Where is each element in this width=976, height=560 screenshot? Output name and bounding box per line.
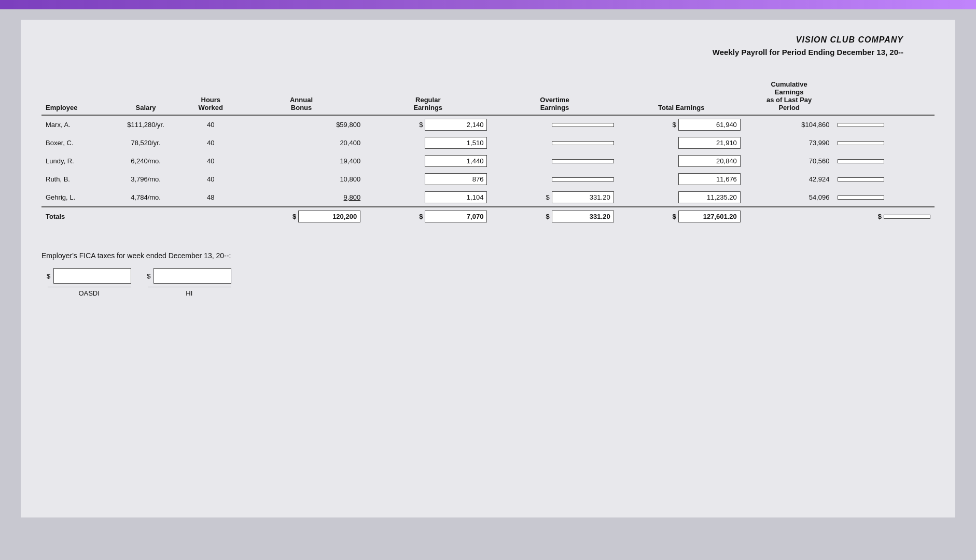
cumulative-right-cell — [833, 170, 935, 188]
overtime-earnings-input[interactable] — [552, 177, 614, 181]
table-row: Lundy, R. 6,240/mo. 40 19,400 1,440 20, — [41, 152, 935, 170]
cumulative-input-right[interactable] — [838, 123, 884, 127]
cumulative-right-cell — [833, 152, 935, 170]
fica-oasdi-label: OASDI — [48, 287, 131, 297]
employee-salary: 3,796/mo. — [108, 170, 183, 188]
employee-overtime-cell: $ 331.20 — [491, 188, 618, 207]
employee-overtime-cell — [491, 170, 618, 188]
cumulative-input-right[interactable] — [838, 177, 884, 181]
employee-overtime-cell — [491, 134, 618, 152]
fica-hi-input[interactable] — [154, 268, 231, 284]
payroll-table: Employee Salary HoursWorked AnnualBonus … — [41, 77, 935, 226]
fica-section: Employer's FICA taxes for week ended Dec… — [41, 251, 935, 297]
col-header-employee: Employee — [41, 77, 108, 115]
cumulative-right-cell — [833, 188, 935, 207]
regular-earnings-dollar: $ — [419, 121, 423, 129]
cumulative-input-right[interactable] — [838, 141, 884, 145]
employee-hours: 48 — [184, 188, 238, 207]
overtime-earnings-input[interactable]: 331.20 — [552, 191, 614, 203]
fica-oasdi-input[interactable] — [53, 268, 131, 284]
totals-annual-bonus-dollar: $ — [292, 213, 296, 220]
employee-cumulative-earnings: 42,924 — [745, 170, 834, 188]
page-wrapper: VISION CLUB COMPANY Weekly Payroll for P… — [21, 20, 955, 517]
employee-regular-earnings-cell: 1,104 — [365, 188, 491, 207]
regular-earnings-input[interactable]: 1,440 — [425, 155, 487, 167]
employee-cumulative-earnings: $104,860 — [745, 115, 834, 134]
employee-regular-earnings-cell: 1,510 — [365, 134, 491, 152]
total-earnings-input[interactable]: 61,940 — [678, 119, 741, 131]
totals-total-earnings-input[interactable]: 127,601.20 — [678, 211, 741, 222]
totals-hours-empty — [184, 207, 238, 226]
overtime-earnings-input[interactable] — [552, 123, 614, 127]
company-header: VISION CLUB COMPANY Weekly Payroll for P… — [41, 35, 935, 57]
col-header-regular-earnings: RegularEarnings — [365, 77, 491, 115]
totals-cumulative-dollar-right: $ — [878, 213, 882, 220]
totals-total-earnings-cell: $ 127,601.20 — [618, 207, 745, 226]
fica-hi-dollar: $ — [147, 272, 150, 280]
overtime-earnings-input[interactable] — [552, 159, 614, 163]
totals-salary-empty — [108, 207, 183, 226]
employee-cumulative-earnings: 73,990 — [745, 134, 834, 152]
employee-name: Boxer, C. — [41, 134, 108, 152]
company-name: VISION CLUB COMPANY — [41, 35, 903, 45]
table-row: Gehrig, L. 4,784/mo. 48 9,800 1,104 $ 33… — [41, 188, 935, 207]
table-row: Boxer, C. 78,520/yr. 40 20,400 1,510 21 — [41, 134, 935, 152]
col-header-extra — [833, 77, 935, 115]
cumulative-input-right[interactable] — [838, 159, 884, 163]
employee-salary: 78,520/yr. — [108, 134, 183, 152]
table-row: Marx, A. $111,280/yr. 40 $59,800 $ 2,140 — [41, 115, 935, 134]
employee-name: Gehrig, L. — [41, 188, 108, 207]
fica-oasdi-input-row: $ — [47, 268, 131, 284]
regular-earnings-input[interactable]: 2,140 — [425, 119, 487, 131]
employee-hours: 40 — [184, 115, 238, 134]
totals-annual-bonus-input[interactable]: 120,200 — [298, 211, 360, 222]
top-bar — [0, 0, 976, 9]
employee-overtime-cell — [491, 115, 618, 134]
employee-overtime-cell — [491, 152, 618, 170]
annual-bonus-underlined: 9,800 — [344, 193, 361, 201]
total-earnings-input[interactable]: 11,235.20 — [678, 191, 741, 203]
employee-hours: 40 — [184, 170, 238, 188]
col-header-annual-bonus: AnnualBonus — [238, 77, 365, 115]
total-earnings-input[interactable]: 20,840 — [678, 155, 741, 167]
regular-earnings-input[interactable]: 876 — [425, 173, 487, 185]
employee-total-earnings-cell: $ 61,940 — [618, 115, 745, 134]
employee-total-earnings-cell: 11,676 — [618, 170, 745, 188]
totals-cumulative-empty — [745, 207, 834, 226]
col-header-total-earnings: Total Earnings — [618, 77, 745, 115]
cumulative-input-right[interactable] — [838, 195, 884, 200]
employee-salary: $111,280/yr. — [108, 115, 183, 134]
employee-annual-bonus: 9,800 — [238, 188, 365, 207]
fica-label: Employer's FICA taxes for week ended Dec… — [41, 251, 935, 260]
totals-label: Totals — [41, 207, 108, 226]
total-earnings-input[interactable]: 11,676 — [678, 173, 741, 185]
regular-earnings-input[interactable]: 1,104 — [425, 191, 487, 203]
totals-regular-earnings-input[interactable]: 7,070 — [425, 211, 487, 222]
totals-regular-dollar: $ — [419, 213, 423, 220]
cumulative-right-cell — [833, 115, 935, 134]
employee-annual-bonus: $59,800 — [238, 115, 365, 134]
totals-cumulative-right-cell: $ — [833, 207, 935, 226]
totals-regular-earnings-cell: $ 7,070 — [365, 207, 491, 226]
overtime-earnings-input[interactable] — [552, 141, 614, 145]
employee-annual-bonus: 19,400 — [238, 152, 365, 170]
employee-cumulative-earnings: 70,560 — [745, 152, 834, 170]
employee-total-earnings-cell: 20,840 — [618, 152, 745, 170]
employee-annual-bonus: 10,800 — [238, 170, 365, 188]
overtime-dollar: $ — [546, 193, 549, 201]
totals-total-dollar: $ — [673, 213, 676, 220]
employee-salary: 4,784/mo. — [108, 188, 183, 207]
employee-name: Ruth, B. — [41, 170, 108, 188]
totals-cumulative-right-input[interactable] — [884, 215, 930, 219]
employee-annual-bonus: 20,400 — [238, 134, 365, 152]
regular-earnings-input[interactable]: 1,510 — [425, 137, 487, 149]
totals-overtime-cell: $ 331.20 — [491, 207, 618, 226]
employee-cumulative-earnings: 54,096 — [745, 188, 834, 207]
fica-oasdi-dollar: $ — [47, 272, 50, 280]
total-earnings-input[interactable]: 21,910 — [678, 137, 741, 149]
employee-regular-earnings-cell: $ 2,140 — [365, 115, 491, 134]
totals-overtime-dollar: $ — [546, 213, 549, 220]
employee-name: Lundy, R. — [41, 152, 108, 170]
col-header-cumulative-earnings: CumulativeEarningsas of Last PayPeriod — [745, 77, 834, 115]
totals-overtime-input[interactable]: 331.20 — [552, 211, 614, 222]
